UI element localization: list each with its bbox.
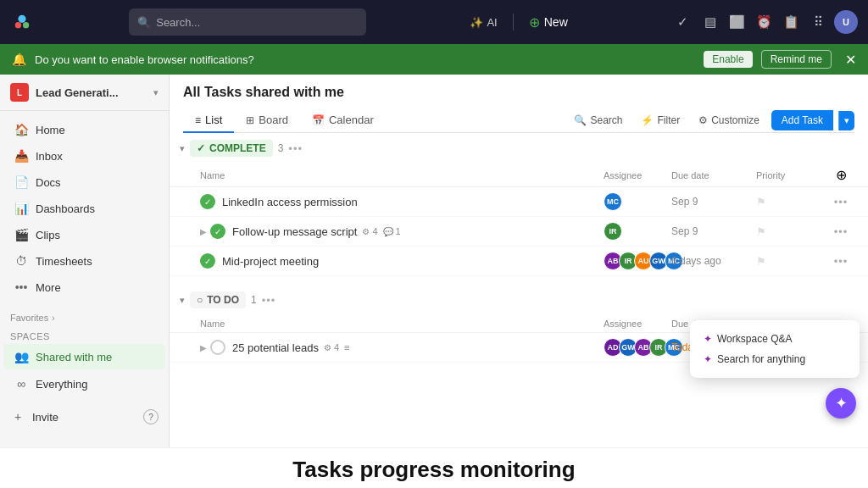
customize-button[interactable]: ⚙ Customize bbox=[692, 111, 766, 130]
bell-icon: 🔔 bbox=[12, 53, 26, 66]
sidebar-item-inbox[interactable]: 📥 Inbox bbox=[3, 143, 165, 169]
sidebar-item-clips[interactable]: 🎬 Clips bbox=[3, 222, 165, 247]
task-menu[interactable]: ••• bbox=[824, 196, 858, 208]
remind-button[interactable]: Remind me bbox=[761, 50, 832, 69]
tab-list[interactable]: ≡ List bbox=[183, 108, 234, 133]
search-button[interactable]: 🔍 Search bbox=[567, 111, 629, 130]
task-menu[interactable]: ••• bbox=[824, 225, 858, 238]
task-due-date: 6 days ago bbox=[671, 255, 756, 267]
notification-text: Do you want to enable browser notificati… bbox=[35, 53, 695, 66]
col-priority: Priority bbox=[756, 170, 824, 180]
task-list: ▾ ✓ COMPLETE 3 ••• Name Assignee Due dat… bbox=[170, 133, 868, 447]
section-complete[interactable]: ▾ ✓ COMPLETE 3 ••• bbox=[170, 133, 868, 164]
avatar: MC bbox=[604, 192, 622, 211]
add-task-button[interactable]: Add Task bbox=[771, 110, 833, 130]
expand-icon[interactable]: ▶ bbox=[200, 343, 207, 352]
main-layout: L Lead Generati... ▾ 🏠 Home 📥 Inbox 📄 Do… bbox=[0, 75, 868, 447]
sidebar-item-timesheets[interactable]: ⏱ Timesheets bbox=[3, 248, 165, 274]
doc-icon[interactable]: 📋 bbox=[780, 10, 804, 34]
board-icon: ⊞ bbox=[246, 114, 254, 126]
global-search[interactable]: 🔍 Search... bbox=[129, 8, 366, 36]
ai-popup-item-workspace[interactable]: ✦ Workspace Q&A bbox=[700, 329, 849, 349]
subtask-tag: ⚙ 4 bbox=[362, 226, 377, 236]
home-icon: 🏠 bbox=[14, 122, 29, 137]
sidebar-item-everything[interactable]: ∞ Everything bbox=[3, 371, 165, 396]
shared-icon: 👥 bbox=[14, 349, 29, 364]
section-toggle-complete[interactable]: ▾ bbox=[180, 143, 185, 154]
alarm-icon[interactable]: ⏰ bbox=[753, 10, 776, 34]
task-due-date: Sep 9 bbox=[671, 225, 756, 237]
sparkle-icon: ✦ bbox=[704, 353, 712, 365]
close-icon[interactable]: ✕ bbox=[845, 52, 856, 68]
avatar: IR bbox=[604, 222, 622, 241]
timesheets-icon: ⏱ bbox=[14, 253, 29, 269]
svg-point-0 bbox=[18, 15, 25, 23]
tab-calendar[interactable]: 📅 Calendar bbox=[300, 108, 386, 133]
ai-popup-item-search[interactable]: ✦ Search for anything bbox=[700, 349, 849, 369]
expand-icon[interactable]: ▶ bbox=[200, 227, 207, 236]
page-bottom-title: Tasks progress monitoring bbox=[0, 447, 868, 488]
add-task-dropdown[interactable]: ▾ bbox=[838, 111, 854, 130]
app-logo[interactable] bbox=[10, 10, 34, 34]
new-button[interactable]: ⊕ New bbox=[520, 14, 576, 30]
comment-tag: 💬 1 bbox=[383, 226, 401, 236]
section-todo[interactable]: ▾ ○ TO DO 1 ••• bbox=[170, 285, 868, 315]
enable-button[interactable]: Enable bbox=[704, 51, 752, 68]
spaces-label: Spaces bbox=[0, 324, 169, 343]
sidebar-item-docs[interactable]: 📄 Docs bbox=[3, 169, 165, 195]
sidebar-item-dashboards[interactable]: 📊 Dashboards bbox=[3, 196, 165, 221]
flag-icon: ⚑ bbox=[756, 255, 766, 268]
fab-button[interactable]: ✦ bbox=[826, 388, 856, 419]
task-complete-icon[interactable]: ✓ bbox=[200, 253, 215, 269]
ai-button[interactable]: ✨ AI bbox=[461, 16, 505, 29]
sidebar: L Lead Generati... ▾ 🏠 Home 📥 Inbox 📄 Do… bbox=[0, 75, 170, 447]
complete-badge: ✓ COMPLETE bbox=[190, 140, 273, 157]
workspace-name: Lead Generati... bbox=[36, 86, 147, 99]
filter-button[interactable]: ⚡ Filter bbox=[634, 111, 687, 130]
list-icon: ≡ bbox=[195, 114, 201, 126]
content-tabs: ≡ List ⊞ Board 📅 Calendar 🔍 Search bbox=[183, 108, 854, 133]
flag-icon: ⚑ bbox=[756, 225, 766, 238]
notification-bar: 🔔 Do you want to enable browser notifica… bbox=[0, 44, 868, 75]
todo-badge: ○ TO DO bbox=[190, 291, 246, 308]
ai-popup: ✦ Workspace Q&A ✦ Search for anything bbox=[690, 320, 860, 378]
calendar-icon: 📅 bbox=[312, 114, 325, 126]
table-icon[interactable]: ▤ bbox=[698, 10, 722, 34]
section-toggle-todo[interactable]: ▾ bbox=[180, 295, 185, 306]
task-complete-icon[interactable]: ✓ bbox=[210, 224, 225, 239]
section-menu[interactable]: ••• bbox=[262, 294, 276, 307]
task-assignees: IR bbox=[604, 222, 671, 241]
table-row: ▶ ✓ Follow-up message script ⚙ 4 💬 1 IR bbox=[170, 217, 868, 247]
screen-icon[interactable]: ⬜ bbox=[726, 10, 749, 34]
subtask-icon: ⚙ bbox=[324, 343, 331, 352]
task-empty-check[interactable] bbox=[210, 340, 225, 355]
svg-point-1 bbox=[15, 22, 21, 28]
col-name: Name bbox=[200, 319, 604, 329]
search-icon: 🔍 bbox=[574, 114, 587, 126]
section-menu[interactable]: ••• bbox=[288, 142, 303, 155]
sidebar-item-home[interactable]: 🏠 Home bbox=[3, 117, 165, 142]
col-add[interactable]: ⊕ bbox=[824, 167, 858, 183]
page-title: All Tasks shared with me bbox=[183, 85, 854, 100]
clips-icon: 🎬 bbox=[14, 227, 29, 242]
task-menu[interactable]: ••• bbox=[824, 255, 858, 268]
workspace-selector[interactable]: L Lead Generati... ▾ bbox=[0, 75, 169, 111]
col-name: Name bbox=[200, 170, 604, 180]
checkmark-icon[interactable]: ✓ bbox=[671, 10, 695, 34]
col-assignee: Assignee bbox=[604, 319, 671, 329]
grid-icon[interactable]: ⠿ bbox=[807, 10, 831, 34]
sidebar-item-shared[interactable]: 👥 Shared with me bbox=[3, 344, 165, 369]
help-icon[interactable]: ? bbox=[143, 409, 159, 424]
svg-point-2 bbox=[23, 22, 29, 28]
content-area: All Tasks shared with me ≡ List ⊞ Board … bbox=[170, 75, 868, 447]
flag-icon: ⚑ bbox=[756, 196, 766, 208]
favorites-section[interactable]: Favorites › bbox=[0, 306, 169, 324]
note-icon: ≡ bbox=[344, 342, 349, 352]
task-complete-icon[interactable]: ✓ bbox=[200, 194, 215, 209]
invite-item[interactable]: + Invite ? bbox=[0, 404, 169, 430]
tab-board[interactable]: ⊞ Board bbox=[234, 108, 300, 133]
user-avatar[interactable]: U bbox=[834, 10, 858, 34]
task-priority: ⚑ bbox=[756, 255, 824, 268]
col-due: Due date bbox=[671, 170, 756, 180]
sidebar-item-more[interactable]: ••• More bbox=[3, 274, 165, 300]
